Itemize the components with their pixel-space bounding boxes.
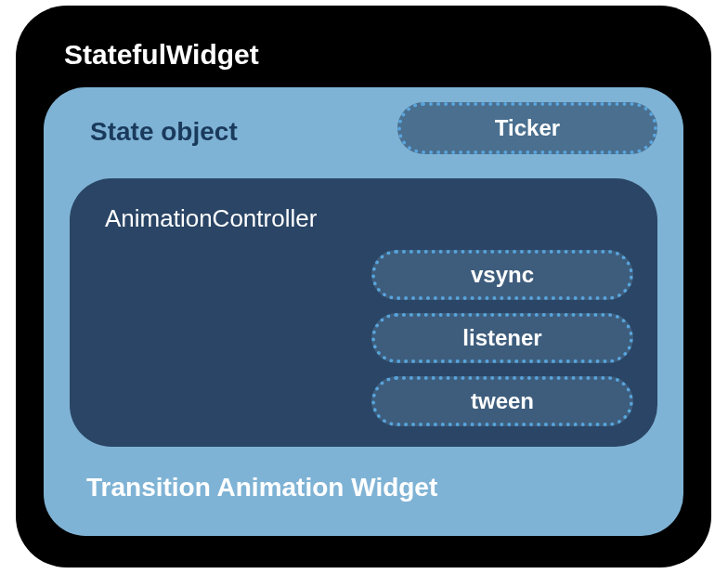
- stateful-widget-title: StatefulWidget: [44, 24, 683, 87]
- state-header: State object Ticker: [70, 108, 657, 162]
- vsync-pill: vsync: [371, 250, 633, 300]
- tween-label: tween: [471, 388, 534, 414]
- listener-pill: listener: [371, 313, 633, 363]
- state-object-box: State object Ticker AnimationController …: [44, 87, 683, 536]
- animation-controller-title: AnimationController: [94, 199, 633, 233]
- transition-widget-title: Transition Animation Widget: [70, 447, 657, 512]
- ticker-pill: Ticker: [397, 102, 657, 154]
- stateful-widget-box: StatefulWidget State object Ticker Anima…: [16, 6, 711, 567]
- tween-pill: tween: [371, 376, 633, 426]
- animation-controller-box: AnimationController vsync listener tween: [70, 178, 657, 447]
- vsync-label: vsync: [471, 262, 534, 288]
- ticker-label: Ticker: [495, 115, 560, 141]
- listener-label: listener: [462, 325, 541, 351]
- controller-pills-column: vsync listener tween: [94, 250, 633, 426]
